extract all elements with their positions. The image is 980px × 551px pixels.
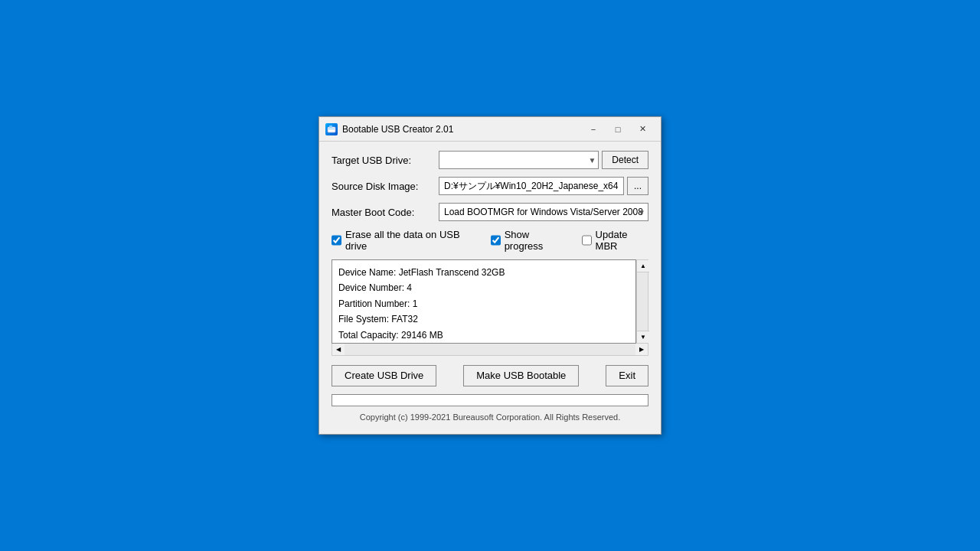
scroll-left-button[interactable]: ◀ bbox=[332, 343, 345, 355]
vertical-scrollbar: ▲ ▼ bbox=[636, 259, 648, 344]
info-box-wrapper: Device Name: JetFlash Transcend 32GB Dev… bbox=[332, 259, 648, 356]
source-disk-input[interactable] bbox=[439, 177, 624, 195]
info-line-1: Device Name: JetFlash Transcend 32GB bbox=[338, 265, 622, 280]
browse-button[interactable]: ... bbox=[627, 177, 648, 195]
action-buttons: Create USB Drive Make USB Bootable Exit bbox=[332, 365, 648, 386]
target-usb-dropdown[interactable] bbox=[439, 151, 599, 169]
target-usb-dropdown-wrapper: ▼ bbox=[439, 151, 599, 169]
master-boot-controls: Load BOOTMGR for Windows Vista/Server 20… bbox=[439, 203, 648, 221]
erase-checkbox-item: Erase all the data on USB drive bbox=[332, 229, 475, 252]
progress-bar-container bbox=[332, 394, 648, 406]
update-mbr-checkbox[interactable] bbox=[582, 235, 592, 246]
window-title: Bootable USB Creator 2.01 bbox=[342, 124, 581, 135]
update-mbr-label: Update MBR bbox=[596, 229, 648, 252]
update-mbr-checkbox-item: Update MBR bbox=[582, 229, 648, 252]
app-icon bbox=[325, 123, 338, 135]
info-line-5: Total Capacity: 29146 MB bbox=[338, 328, 622, 343]
info-box-outer: Device Name: JetFlash Transcend 32GB Dev… bbox=[332, 259, 648, 344]
master-boot-row: Master Boot Code: Load BOOTMGR for Windo… bbox=[332, 203, 648, 221]
make-bootable-button[interactable]: Make USB Bootable bbox=[463, 365, 579, 386]
erase-checkbox[interactable] bbox=[332, 235, 341, 246]
scroll-right-button[interactable]: ▶ bbox=[635, 343, 648, 355]
create-usb-button[interactable]: Create USB Drive bbox=[332, 365, 436, 386]
minimize-button[interactable]: − bbox=[581, 119, 606, 139]
horizontal-scrollbar: ◀ ▶ bbox=[332, 344, 648, 356]
scroll-down-button[interactable]: ▼ bbox=[637, 331, 649, 343]
maximize-button[interactable]: □ bbox=[606, 119, 630, 139]
scroll-track-horizontal bbox=[345, 343, 635, 355]
svg-rect-2 bbox=[328, 129, 335, 129]
target-usb-controls: ▼ Detect bbox=[439, 151, 648, 169]
info-line-4: File System: FAT32 bbox=[338, 311, 622, 327]
svg-rect-1 bbox=[329, 126, 332, 128]
window-content: Target USB Drive: ▼ Detect Source Disk I… bbox=[319, 142, 661, 434]
exit-button[interactable]: Exit bbox=[606, 365, 648, 386]
close-button[interactable]: ✕ bbox=[630, 119, 655, 139]
info-text-area: Device Name: JetFlash Transcend 32GB Dev… bbox=[332, 259, 636, 344]
window-controls: − □ ✕ bbox=[581, 119, 655, 139]
source-disk-row: Source Disk Image: ... bbox=[332, 177, 648, 195]
erase-label: Erase all the data on USB drive bbox=[345, 229, 475, 252]
source-disk-controls: ... bbox=[439, 177, 648, 195]
scroll-track-vertical bbox=[637, 272, 648, 331]
master-boot-dropdown[interactable]: Load BOOTMGR for Windows Vista/Server 20… bbox=[439, 203, 648, 221]
show-progress-checkbox-item: Show progress bbox=[491, 229, 567, 252]
info-line-3: Partition Number: 1 bbox=[338, 296, 622, 311]
info-line-2: Device Number: 4 bbox=[338, 280, 622, 295]
show-progress-label: Show progress bbox=[505, 229, 567, 252]
target-usb-label: Target USB Drive: bbox=[332, 155, 439, 166]
title-bar: Bootable USB Creator 2.01 − □ ✕ bbox=[319, 117, 661, 142]
target-usb-row: Target USB Drive: ▼ Detect bbox=[332, 151, 648, 169]
svg-rect-0 bbox=[328, 127, 335, 132]
master-boot-label: Master Boot Code: bbox=[332, 207, 439, 218]
main-window: Bootable USB Creator 2.01 − □ ✕ Target U… bbox=[318, 116, 662, 435]
scroll-up-button[interactable]: ▲ bbox=[637, 260, 649, 272]
copyright-text: Copyright (c) 1999-2021 Bureausoft Corpo… bbox=[332, 412, 648, 425]
master-boot-dropdown-wrapper: Load BOOTMGR for Windows Vista/Server 20… bbox=[439, 203, 648, 221]
show-progress-checkbox[interactable] bbox=[491, 235, 501, 246]
source-disk-label: Source Disk Image: bbox=[332, 181, 439, 192]
detect-button[interactable]: Detect bbox=[602, 151, 648, 169]
checkboxes-row: Erase all the data on USB drive Show pro… bbox=[332, 229, 648, 252]
